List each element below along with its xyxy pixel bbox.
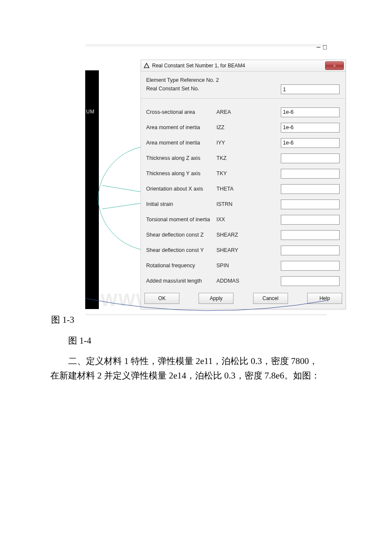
constant-desc: Orientation about X axis	[146, 186, 216, 192]
constant-code: IZZ	[216, 124, 242, 130]
dialog-title: Real Constant Set Number 1, for BEAM4	[152, 63, 245, 69]
constant-row: Torsional moment of inertiaIXX	[146, 212, 340, 227]
constant-input-tky[interactable]	[281, 169, 340, 179]
ansys-logo-icon	[144, 63, 150, 69]
constant-input-shearz[interactable]	[281, 230, 340, 240]
constant-code: ADDMAS	[216, 278, 242, 284]
constant-code: TKY	[216, 171, 242, 176]
constant-code: IYY	[216, 140, 242, 146]
constant-desc: Shear deflection const Y	[146, 247, 216, 253]
close-button[interactable]: ×	[325, 61, 344, 70]
constant-row: Shear deflection const ZSHEARZ	[146, 227, 340, 243]
body-paragraph: 二、定义材料 1 特性，弹性模量 2e11，泊松比 0.3，密度 7800， 在…	[50, 354, 378, 383]
top-rule	[85, 45, 327, 46]
constant-input-izz[interactable]	[281, 123, 340, 133]
figure-caption-1-4: 图 1-4	[68, 335, 91, 347]
constant-input-theta[interactable]	[281, 184, 340, 194]
dialog-titlebar: Real Constant Set Number 1, for BEAM4 ×	[141, 60, 346, 72]
apply-button[interactable]: Apply	[199, 293, 233, 304]
window-chrome-icons	[317, 43, 327, 52]
real-constant-dialog: Real Constant Set Number 1, for BEAM4 × …	[141, 60, 346, 309]
constant-input-addmas[interactable]	[281, 276, 340, 286]
constant-desc: Rotational frequency	[146, 263, 216, 269]
constant-desc: Initial strain	[146, 201, 216, 207]
paragraph-line-1: 二、定义材料 1 特性，弹性模量 2e11，泊松比 0.3，密度 7800，	[50, 354, 378, 368]
maximize-icon	[323, 45, 327, 49]
constant-row: Initial strainISTRN	[146, 197, 340, 212]
cancel-button[interactable]: Cancel	[253, 293, 288, 304]
constant-desc: Thickness along Z axis	[146, 155, 216, 161]
figure-caption-1-3: 图 1-3	[51, 314, 74, 326]
constant-row: Orientation about X axisTHETA	[146, 181, 340, 197]
constant-desc: Torsional moment of inertia	[146, 217, 216, 223]
ok-button[interactable]: OK	[144, 293, 179, 304]
svg-line-1	[102, 203, 141, 209]
screenshot-panel: UM WWW. .com Real Constant Set Number 1,…	[85, 45, 327, 320]
constant-row: Added mass/unit lengthADDMAS	[146, 273, 340, 289]
paragraph-line-2: 在新建材料 2 并定义弹性模量 2e14，泊松比 0.3，密度 7.8e6。如图…	[50, 370, 320, 381]
constant-input-tkz[interactable]	[281, 153, 340, 163]
constant-code: THETA	[216, 186, 242, 192]
constant-code: ISTRN	[216, 201, 242, 207]
constant-row: Area moment of inertiaIYY	[146, 135, 340, 150]
set-number-label: Real Constant Set No.	[146, 84, 281, 93]
constant-code: SHEARZ	[216, 232, 242, 238]
constant-input-area[interactable]	[281, 107, 340, 117]
constant-code: TKZ	[216, 155, 242, 161]
help-button[interactable]: Help	[307, 293, 342, 304]
constant-desc: Cross-sectional area	[146, 109, 216, 115]
constant-code: IXX	[216, 217, 242, 223]
minimize-icon	[317, 47, 320, 48]
close-icon: ×	[333, 63, 336, 68]
constant-row: Shear deflection const YSHEARY	[146, 243, 340, 258]
constant-desc: Added mass/unit length	[146, 278, 216, 284]
constant-row: Area moment of inertiaIZZ	[146, 120, 340, 135]
constant-input-sheary[interactable]	[281, 246, 340, 255]
constant-desc: Thickness along Y axis	[146, 171, 216, 176]
constant-desc: Area moment of inertia	[146, 140, 216, 146]
constant-row: Rotational frequencySPIN	[146, 258, 340, 273]
constant-code: AREA	[216, 109, 242, 115]
constant-code: SHEARY	[216, 247, 242, 253]
constant-code: SPIN	[216, 263, 242, 269]
constant-desc: Shear deflection const Z	[146, 232, 216, 238]
constant-row: Cross-sectional areaAREA	[146, 104, 340, 120]
constant-desc: Area moment of inertia	[146, 124, 216, 130]
graphics-label: UM	[86, 109, 95, 115]
constant-input-spin[interactable]	[281, 261, 340, 271]
constant-input-istrn[interactable]	[281, 199, 340, 209]
set-number-input[interactable]	[281, 84, 340, 94]
constant-row: Thickness along Z axisTKZ	[146, 150, 340, 166]
constant-row: Thickness along Y axisTKY	[146, 166, 340, 181]
constant-input-iyy[interactable]	[281, 138, 340, 148]
svg-line-0	[102, 185, 141, 192]
ansys-graphics-strip: UM	[85, 70, 99, 309]
element-type-ref-label: Element Type Reference No. 2	[146, 76, 281, 84]
constant-input-ixx[interactable]	[281, 215, 340, 225]
bottom-rule	[85, 315, 327, 315]
